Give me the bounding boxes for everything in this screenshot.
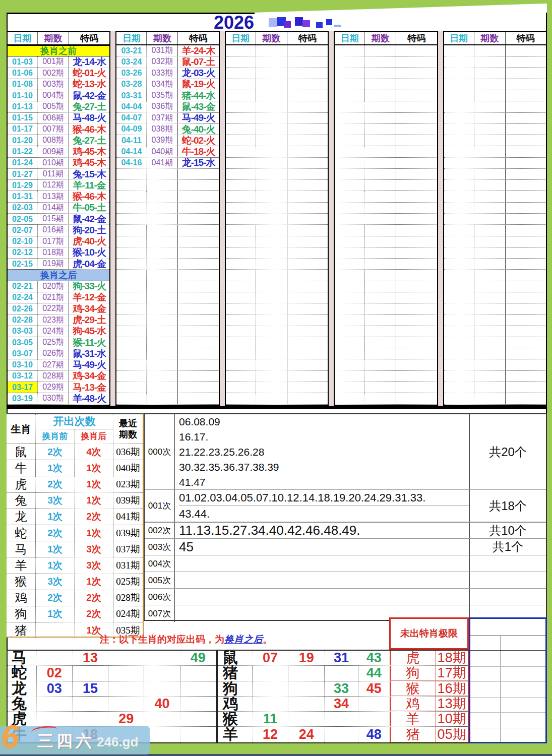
- period-column-header: 期数: [256, 32, 287, 44]
- period-cell: 028期: [38, 371, 69, 382]
- special-code-cell: [506, 124, 546, 135]
- bottom-left-row: 兔40: [8, 697, 216, 712]
- date-cell: [335, 281, 365, 292]
- special-code-cell: 狗-45-水: [69, 326, 109, 337]
- period-cell: [474, 56, 506, 67]
- period-cell: [256, 337, 287, 348]
- draw-row: 01-03001期龙-14-水: [8, 56, 109, 68]
- period-cell: [474, 79, 506, 90]
- special-code-cell: [506, 247, 546, 258]
- draw-row: [335, 90, 437, 101]
- date-cell: [116, 259, 147, 269]
- number-cell: [108, 666, 144, 680]
- date-column-header: 日期: [8, 32, 38, 44]
- date-cell: [116, 281, 147, 292]
- period-cell: [474, 292, 506, 303]
- frequency-numbers-line: 21.22.23.25.26.28: [179, 445, 469, 460]
- draw-row: [116, 225, 218, 236]
- stats-header-counts: 开出次数 换肖前 换肖后: [36, 414, 113, 444]
- draw-row: [226, 124, 328, 135]
- special-code-cell: [506, 214, 546, 224]
- date-cell: 03-28: [116, 79, 147, 90]
- special-code-cell: 猴-10-火: [69, 247, 109, 258]
- top-tables: 日期期数特码换肖之前01-03001期龙-14-水01-06002期蛇-01-火…: [7, 31, 547, 406]
- stats-header: 生肖 开出次数 换肖前 换肖后 最近 期数: [7, 414, 143, 444]
- special-code-cell: [506, 56, 546, 67]
- period-cell: [365, 56, 396, 67]
- stats-zodiac-cell: 鼠: [7, 444, 36, 460]
- stats-header-recent-line1: 最近: [119, 418, 137, 429]
- special-code-cell: [178, 225, 218, 235]
- date-cell: [444, 326, 474, 337]
- special-code-cell: [287, 337, 328, 348]
- draw-row: [335, 214, 437, 225]
- date-cell: 03-03: [8, 326, 38, 337]
- watermark-site-url[interactable]: 246.gd: [97, 734, 138, 750]
- period-cell: [256, 203, 287, 213]
- site-watermark[interactable]: 6 三四六 246.gd: [0, 726, 150, 754]
- date-cell: [444, 337, 474, 348]
- special-code-cell: 虎-29-土: [69, 314, 109, 325]
- special-code-cell: [287, 281, 328, 292]
- bottom-right-zodiac-table: 鼠07193143虎18期猪44狗17期狗3345猴16期鸡34鸡13期猴11羊…: [217, 650, 469, 743]
- date-cell: [335, 326, 365, 337]
- period-cell: 013期: [38, 191, 69, 202]
- number-cell: [252, 697, 288, 711]
- date-cell: [116, 236, 147, 247]
- period-cell: [256, 236, 287, 247]
- draw-row: [226, 158, 328, 169]
- date-cell: 02-07: [8, 225, 38, 235]
- number-cell: 45: [358, 681, 390, 696]
- zodiac-cell: 羊: [218, 727, 252, 742]
- draw-row: [444, 371, 546, 382]
- special-code-cell: [506, 79, 546, 90]
- stats-header-recent: 最近 期数: [113, 414, 143, 444]
- draw-row: [116, 292, 218, 303]
- special-code-cell: [506, 393, 546, 404]
- number-cell: [180, 727, 216, 742]
- special-code-cell: [287, 259, 328, 269]
- period-cell: [474, 45, 506, 56]
- special-code-cell: [506, 348, 546, 359]
- period-cell: [474, 135, 506, 146]
- frequency-row: 001次01.02.03.04.05.07.10.12.14.18.19.20.…: [145, 490, 546, 522]
- draw-row: [226, 146, 328, 157]
- date-cell: [444, 303, 474, 314]
- date-cell: [335, 337, 365, 348]
- special-code-cell: 兔-40-火: [178, 124, 218, 135]
- date-cell: [116, 326, 147, 337]
- draw-row: 03-17029期马-13-金: [8, 382, 109, 393]
- period-cell: [365, 169, 396, 179]
- date-cell: [226, 203, 256, 213]
- page-title: 2026: [204, 12, 264, 33]
- draw-row: [335, 68, 437, 79]
- watermark-brand: 三四六: [37, 730, 95, 752]
- number-cell: [358, 712, 390, 726]
- limit-zodiac-cell: 猪: [390, 727, 436, 742]
- draw-row: [444, 113, 546, 124]
- number-cell: 15: [72, 681, 108, 696]
- period-cell: [147, 371, 178, 382]
- draw-row: [335, 79, 437, 90]
- number-cell: [36, 712, 72, 726]
- draw-row: 03-26033期龙-03-火: [116, 68, 218, 79]
- draw-row: [116, 337, 218, 348]
- date-cell: [444, 146, 474, 157]
- date-cell: [444, 359, 474, 370]
- date-cell: [226, 337, 256, 348]
- limit-zodiac-cell: 虎: [390, 651, 436, 665]
- period-cell: [474, 225, 506, 235]
- special-code-cell: [396, 158, 437, 168]
- period-cell: 023期: [38, 314, 69, 325]
- frame-right: [547, 0, 552, 756]
- draw-row: 01-22009期鸡-45-木: [8, 146, 109, 157]
- draw-row: 01-15006期马-48-火: [8, 113, 109, 124]
- date-cell: [116, 393, 147, 404]
- date-cell: [226, 135, 256, 146]
- draw-row: 04-09038期兔-40-火: [116, 124, 218, 135]
- draw-row: [226, 303, 328, 314]
- date-cell: 03-26: [116, 68, 147, 79]
- period-cell: [365, 382, 396, 393]
- period-cell: [474, 191, 506, 202]
- number-cell: [144, 666, 179, 680]
